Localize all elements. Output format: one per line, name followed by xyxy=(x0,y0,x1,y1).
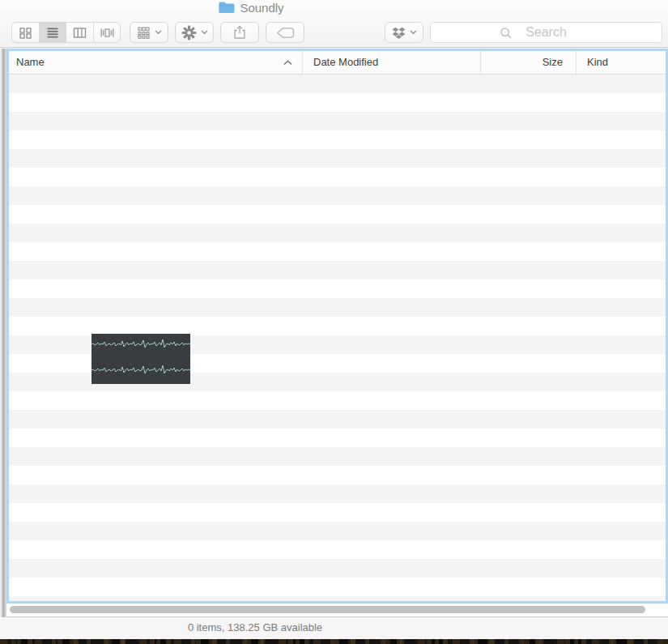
column-header-name-label: Name xyxy=(16,51,45,74)
column-headers: Name Date Modified Size Kind xyxy=(9,51,666,75)
window-left-edge xyxy=(0,49,6,617)
horizontal-scrollbar[interactable] xyxy=(6,603,668,617)
share-button[interactable] xyxy=(220,22,259,43)
icon-view-button[interactable] xyxy=(12,23,39,42)
cover-flow-view-button[interactable] xyxy=(93,23,121,42)
view-switcher xyxy=(11,22,121,43)
dropbox-icon xyxy=(391,25,406,41)
column-header-kind-label: Kind xyxy=(587,56,608,68)
column-header-date-label: Date Modified xyxy=(313,56,378,68)
audio-waveform-icon xyxy=(91,334,190,384)
sort-ascending-icon xyxy=(283,60,292,66)
desktop-background-strip xyxy=(0,639,668,644)
tags-button[interactable] xyxy=(266,22,304,43)
dropbox-button[interactable] xyxy=(385,22,423,43)
finder-window: Soundly xyxy=(0,0,668,644)
chevron-down-icon xyxy=(155,30,162,35)
gear-icon xyxy=(181,24,198,41)
window-title-group[interactable]: Soundly xyxy=(218,0,283,15)
chevron-down-icon xyxy=(201,30,208,35)
window-title: Soundly xyxy=(240,1,283,15)
list-view-button[interactable] xyxy=(39,23,66,42)
arrange-grid-icon xyxy=(136,26,151,39)
column-view-icon xyxy=(71,25,87,40)
file-list-view[interactable]: Name Date Modified Size Kind xyxy=(6,49,668,603)
icon-view-icon xyxy=(17,25,33,40)
column-header-kind[interactable]: Kind xyxy=(577,51,666,74)
cover-flow-view-icon xyxy=(99,25,115,40)
column-header-size-label: Size xyxy=(542,56,563,68)
search-field[interactable] xyxy=(430,22,662,43)
column-header-size[interactable]: Size xyxy=(481,51,577,74)
action-button[interactable] xyxy=(175,22,214,43)
drag-preview-waveform[interactable] xyxy=(91,334,190,384)
window-chrome: Soundly xyxy=(0,0,668,48)
list-view-icon xyxy=(45,25,61,40)
search-input[interactable] xyxy=(431,23,662,42)
column-header-date-modified[interactable]: Date Modified xyxy=(303,51,481,74)
status-text: 0 items, 138.25 GB available xyxy=(0,617,510,638)
column-header-name[interactable]: Name xyxy=(9,51,303,74)
share-icon xyxy=(232,24,248,41)
arrange-button[interactable] xyxy=(130,22,168,43)
status-bar: 0 items, 138.25 GB available xyxy=(0,617,668,639)
column-view-button[interactable] xyxy=(66,23,93,42)
folder-icon xyxy=(218,1,235,14)
scrollbar-thumb[interactable] xyxy=(10,606,645,613)
tag-icon xyxy=(276,27,295,39)
chevron-down-icon xyxy=(410,30,417,35)
